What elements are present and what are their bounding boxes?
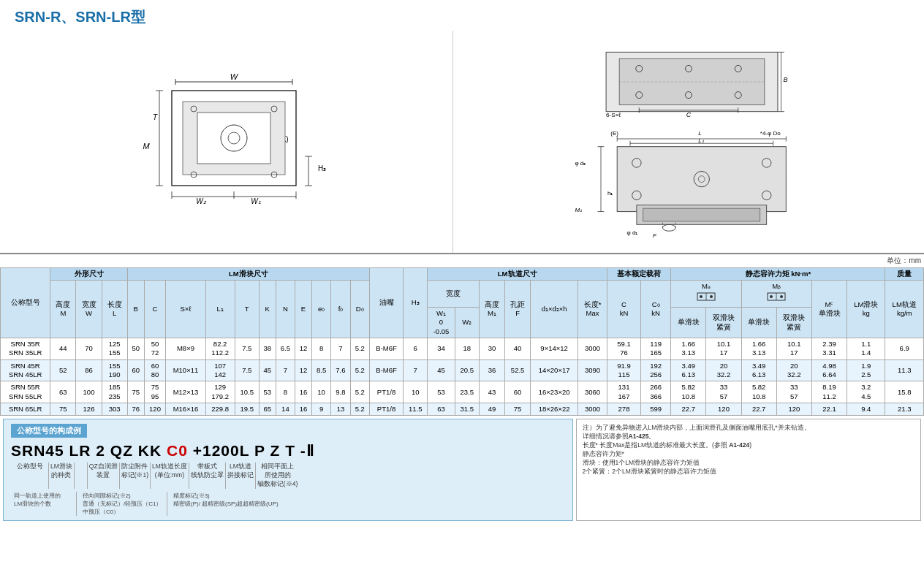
cell-C-val: 59.1 76: [607, 338, 641, 360]
cell-M1: 36: [479, 359, 504, 381]
code-labels-row: 公称型号 LM滑块的种类 QZ自润滑装置 防尘附件标记(※1) LM轨道长度(单…: [11, 463, 565, 489]
svg-text:W₁: W₁: [251, 197, 260, 205]
col-W: 宽度W: [76, 281, 102, 338]
cell-d: 16×23×20: [531, 381, 578, 403]
col-group-mass: 质量: [885, 268, 924, 281]
svg-text:W: W: [230, 72, 238, 81]
cell-L: 303: [102, 403, 127, 416]
cell-L: 185 235: [102, 381, 127, 403]
cell-nozzle: PT1/8: [369, 381, 403, 403]
cell-M: 44: [50, 338, 76, 360]
notes-box: 注）为了避免异物进入LM滑块内部，上面润滑孔及侧面油嘴用底孔*并未钻造。 详细情…: [576, 419, 922, 521]
cell-W: 70: [76, 338, 102, 360]
cell-f0: 13: [331, 403, 350, 416]
cell-C0-val: 266 366: [641, 381, 671, 403]
model-code-text: SRN45 LR 2 QZ KK C0 +1200L P Z T -Ⅱ: [11, 442, 314, 460]
cell-Mc-s: 22.1: [811, 403, 847, 416]
cell-Ma-d: 10.1 17: [706, 338, 741, 360]
col-B: B: [127, 281, 144, 338]
cell-D0: 5.2: [350, 359, 369, 381]
label-cover: 带板式线轨防尘罩: [189, 463, 226, 489]
cell-E: 16: [295, 403, 312, 416]
cell-e0: 8: [311, 338, 330, 360]
cell-d: 14×20×17: [531, 359, 578, 381]
cell-W1: 34: [428, 338, 455, 360]
cell-model: SRN 35R SRN 35LR: [1, 338, 50, 360]
left-diagram-svg: W T M (K) H₃ W₂ W₁: [102, 69, 351, 215]
cell-M1: 30: [479, 338, 504, 360]
cell-mass-rail: 11.3: [885, 359, 924, 381]
cell-T: 7.5: [235, 359, 259, 381]
cell-Max: 3090: [578, 359, 607, 381]
cell-W2: 31.5: [455, 403, 479, 416]
cell-f0: 9.8: [331, 381, 350, 403]
cell-Mb-d: 33 57: [776, 381, 811, 403]
cell-mass-block: 9.4: [847, 403, 885, 416]
col-f0: f₀: [331, 281, 350, 338]
cell-N: 6.5: [276, 338, 295, 360]
cell-T: 7.5: [235, 338, 259, 360]
cell-model: SRN 45R SRN 45LR: [1, 359, 50, 381]
cell-T: 10.5: [235, 381, 259, 403]
cell-H3: 11.5: [404, 403, 428, 416]
cell-Max: 3000: [578, 403, 607, 416]
svg-rect-12: [197, 113, 270, 164]
cell-K: 53: [259, 381, 276, 403]
note-detail: 详细情况请参照A1-425。: [583, 433, 915, 441]
svg-text:*4-φ Do: *4-φ Do: [760, 130, 781, 137]
cell-f0: 7: [331, 338, 350, 360]
cell-Mb-d: 10.1 17: [776, 338, 811, 360]
cell-L1: 82.2 112.2: [205, 338, 235, 360]
cell-E: 16: [295, 381, 312, 403]
svg-point-88: [780, 295, 783, 298]
cell-W1: 63: [428, 403, 455, 416]
cell-N: 7: [276, 359, 295, 381]
label-lm-type: LM滑块的种类: [49, 463, 75, 489]
cell-E: 12: [295, 359, 312, 381]
col-Mb-double: 双滑块紧簧: [776, 308, 811, 338]
col-Ma-double: 双滑块紧簧: [706, 308, 741, 338]
col-L1: L₁: [205, 281, 235, 338]
cell-nozzle: B-M6F: [369, 359, 403, 381]
col-mass-block: LM滑块kg: [847, 281, 885, 338]
note-moment-title: 静态容许力矩*: [583, 450, 915, 459]
side-view-svg: (E) L L₁ *4-φ Do φ d₂ N e₀ f₀ h₁: [572, 127, 806, 244]
cell-Sxl: M16×16: [166, 403, 205, 416]
table-row: SRN 55R SRN 55LR 63 100 185 235 75 75 95…: [1, 381, 924, 403]
cell-H3: 7: [404, 359, 428, 381]
cell-B: 60: [127, 359, 144, 381]
cell-Mb-s: 5.82 10.8: [741, 381, 776, 403]
svg-text:W₂: W₂: [196, 197, 206, 205]
col-h3: H₃: [404, 268, 428, 338]
cell-Mb-s: 22.7: [741, 403, 776, 416]
sublabel-count: 同一轨道上使用的LM滑块的个数: [11, 492, 77, 516]
col-C: C: [144, 281, 166, 338]
data-table-section: 公称型号 外形尺寸 LM滑块尺寸 油嘴 H₃ LM轨道尺寸 基本额定载荷 静态容…: [0, 267, 924, 416]
cell-Ma-s: 3.49 6.13: [671, 359, 706, 381]
cell-Mb-s: 1.66 3.13: [741, 338, 776, 360]
svg-text:(E): (E): [610, 130, 618, 137]
col-Sxl: S×ℓ: [166, 281, 205, 338]
svg-text:L: L: [698, 130, 701, 137]
cell-Max: 3000: [578, 338, 607, 360]
cell-E: 12: [295, 338, 312, 360]
cell-W: 126: [76, 403, 102, 416]
cell-model: SRN 65LR: [1, 403, 50, 416]
cell-D0: 5.2: [350, 403, 369, 416]
label-model-number: 公称型号: [11, 463, 49, 489]
label-axis: 相同平面上所使用的轴数标记(※4): [256, 463, 299, 489]
cell-C: 60 80: [144, 359, 166, 381]
cell-C: 75 95: [144, 381, 166, 403]
label-count: [75, 463, 88, 489]
svg-text:C: C: [686, 111, 692, 118]
cell-C0-val: 599: [641, 403, 671, 416]
page-title: SRN-R、SRN-LR型: [0, 0, 924, 31]
page: SRN-R、SRN-LR型 W T M (K): [0, 0, 924, 567]
cell-L1: 129 179.2: [205, 381, 235, 403]
col-e0: e₀: [311, 281, 330, 338]
table-row: SRN 65LR 75 126 303 76 120 M16×16 229.8 …: [1, 403, 924, 416]
col-W2: W₂: [455, 308, 479, 338]
cell-f0: 7.6: [331, 359, 350, 381]
cell-L1: 229.8: [205, 403, 235, 416]
col-group-lm-block: LM滑块尺寸: [127, 268, 369, 281]
